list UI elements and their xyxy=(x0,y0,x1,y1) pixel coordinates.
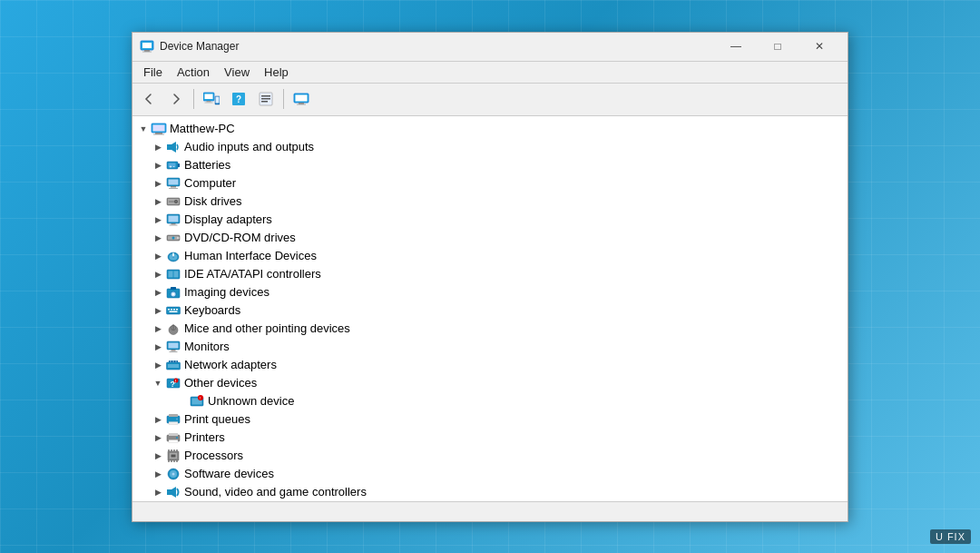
svg-rect-91 xyxy=(169,433,178,436)
svg-rect-55 xyxy=(171,287,176,290)
expand-audio[interactable]: ▶ xyxy=(151,140,165,154)
tree-processors[interactable]: ▶ Processors xyxy=(132,447,848,465)
svg-rect-6 xyxy=(207,101,211,103)
tree-imaging[interactable]: ▶ Imaging devices xyxy=(132,283,848,301)
properties-toolbar-button[interactable] xyxy=(253,86,279,112)
tree-computer[interactable]: ▶ Computer xyxy=(132,174,848,193)
menu-file[interactable]: File xyxy=(136,62,170,83)
root-label: Matthew-PC xyxy=(170,122,235,135)
close-button[interactable]: ✕ xyxy=(799,32,840,61)
svg-rect-27 xyxy=(178,163,180,167)
tree-mice[interactable]: ▶ Mice and other pointing devices xyxy=(132,320,848,338)
computer-icon xyxy=(165,176,181,191)
printers-label: Printers xyxy=(184,430,225,444)
menu-help[interactable]: Help xyxy=(257,62,296,83)
svg-rect-87 xyxy=(169,414,178,417)
svg-rect-70 xyxy=(172,350,176,351)
tree-software[interactable]: ▶ Software devices xyxy=(132,465,848,483)
mice-label: Mice and other pointing devices xyxy=(184,321,350,335)
expand-disk[interactable]: ▶ xyxy=(151,194,165,209)
tree-other[interactable]: ▼ ? ! Other devices xyxy=(132,374,848,392)
device-tree[interactable]: ▼ Matthew-PC ▶ Audio inpu xyxy=(132,116,848,501)
keyboards-label: Keyboards xyxy=(184,303,240,317)
tree-sound[interactable]: ▶ Sound, video and game controllers xyxy=(132,483,848,501)
dvd-label: DVD/CD-ROM drives xyxy=(184,231,296,244)
tree-keyboards[interactable]: ▶ Keyboards xyxy=(132,301,848,320)
window-title: Device Manager xyxy=(160,40,715,53)
unknown-label: Unknown device xyxy=(208,394,294,408)
svg-rect-61 xyxy=(173,309,175,311)
tree-unknown[interactable]: ▶ ! Unknown device xyxy=(132,392,848,410)
expand-batteries[interactable]: ▶ xyxy=(151,158,165,173)
tree-printers[interactable]: ▶ Printers xyxy=(132,429,848,447)
tree-root[interactable]: ▼ Matthew-PC xyxy=(132,120,848,138)
help-toolbar-button[interactable]: ? xyxy=(226,86,251,112)
expand-dvd[interactable]: ▶ xyxy=(151,231,165,245)
mice-icon xyxy=(165,321,181,336)
sound-icon xyxy=(165,485,181,499)
audio-icon xyxy=(165,140,181,154)
maximize-button[interactable]: □ xyxy=(757,32,799,61)
device-manager-window: Device Manager — □ ✕ File Action View He… xyxy=(132,32,848,522)
expand-sound[interactable]: ▶ xyxy=(151,485,165,499)
menu-view[interactable]: View xyxy=(217,62,257,83)
svg-rect-24 xyxy=(167,144,172,150)
svg-point-89 xyxy=(176,418,178,420)
display-label: Display adapters xyxy=(184,212,272,226)
expand-ide[interactable]: ▶ xyxy=(151,267,165,281)
disk-label: Disk drives xyxy=(184,194,242,208)
tree-display[interactable]: ▶ Display adapters xyxy=(132,211,848,229)
expand-printq[interactable]: ▶ xyxy=(151,412,165,427)
expand-computer[interactable]: ▶ xyxy=(151,176,165,191)
svg-rect-15 xyxy=(261,101,268,103)
expand-other[interactable]: ▼ xyxy=(151,376,165,390)
tree-batteries[interactable]: ▶ + - Batteries xyxy=(132,156,848,174)
expand-software[interactable]: ▶ xyxy=(151,467,165,481)
watermark: U FIX xyxy=(930,529,971,544)
monitors-label: Monitors xyxy=(184,340,230,353)
svg-rect-13 xyxy=(261,95,270,97)
expand-keyboards[interactable]: ▶ xyxy=(151,303,165,318)
expand-network[interactable]: ▶ xyxy=(151,358,165,372)
back-button[interactable] xyxy=(136,86,162,112)
expand-root[interactable]: ▼ xyxy=(136,122,151,136)
network-label: Network adapters xyxy=(184,358,277,371)
svg-rect-23 xyxy=(153,133,164,134)
imaging-icon xyxy=(165,285,181,300)
expand-processors[interactable]: ▶ xyxy=(151,449,165,463)
expand-display[interactable]: ▶ xyxy=(151,212,165,227)
other-label: Other devices xyxy=(184,376,257,390)
svg-point-37 xyxy=(175,201,177,202)
expand-printers[interactable]: ▶ xyxy=(151,430,165,445)
expand-monitors[interactable]: ▶ xyxy=(151,340,165,354)
svg-marker-109 xyxy=(172,487,176,498)
expand-imaging[interactable]: ▶ xyxy=(151,285,165,300)
tree-ide[interactable]: ▶ IDE ATA/ATAPI controllers xyxy=(132,265,848,283)
tree-monitors[interactable]: ▶ Monitors xyxy=(132,338,848,356)
svg-point-93 xyxy=(176,437,178,439)
tree-disk[interactable]: ▶ Disk drives xyxy=(132,193,848,211)
tree-network[interactable]: ▶ Network adapters xyxy=(132,356,848,374)
minimize-button[interactable]: — xyxy=(715,32,757,61)
tree-dvd[interactable]: ▶ DVD/CD-ROM drives xyxy=(132,229,848,247)
computer-label: Computer xyxy=(184,176,236,190)
menu-action[interactable]: Action xyxy=(170,62,217,83)
svg-rect-108 xyxy=(167,489,172,495)
monitor-toolbar-button[interactable] xyxy=(289,86,314,112)
forward-button[interactable] xyxy=(163,86,189,112)
expand-hid[interactable]: ▶ xyxy=(151,249,165,263)
expand-mice[interactable]: ▶ xyxy=(151,321,165,336)
svg-rect-17 xyxy=(296,95,308,102)
svg-rect-42 xyxy=(170,224,178,225)
device-manager-toolbar-icon[interactable] xyxy=(199,86,224,112)
display-icon xyxy=(165,212,181,227)
tree-printq[interactable]: ▶ Print queues xyxy=(132,410,848,429)
hid-label: Human Interface Devices xyxy=(184,249,317,262)
tree-audio[interactable]: ▶ Audio inputs and outputs xyxy=(132,138,848,156)
svg-rect-31 xyxy=(169,179,179,184)
svg-rect-52 xyxy=(169,271,173,277)
tree-hid[interactable]: ▶ Human Interface Devices xyxy=(132,247,848,265)
svg-point-57 xyxy=(172,292,175,295)
svg-text:!: ! xyxy=(200,396,201,400)
printq-icon xyxy=(165,412,181,427)
